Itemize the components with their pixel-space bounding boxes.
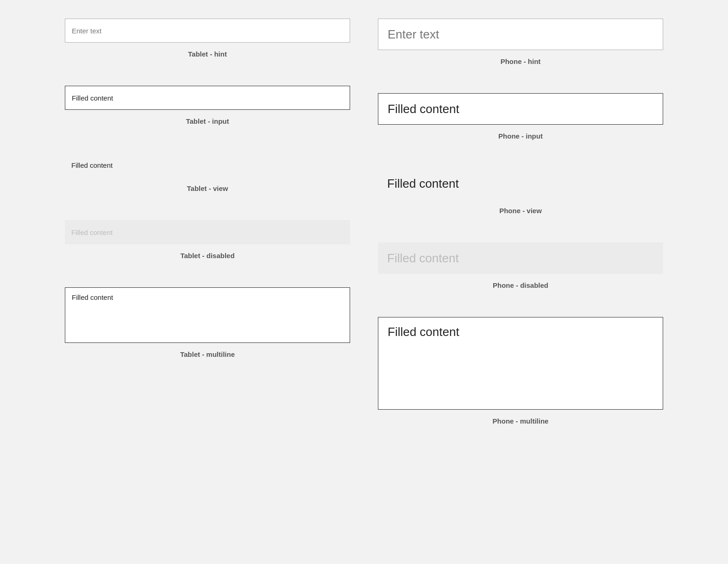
phone-disabled-group: Phone - disabled: [378, 242, 663, 289]
phone-multiline-group: Phone - multiline: [378, 317, 663, 425]
phone-view-label: Phone - view: [378, 207, 663, 215]
phone-multiline-field[interactable]: [378, 317, 663, 410]
tablet-input-group: Tablet - input: [65, 86, 350, 125]
phone-input-label: Phone - input: [378, 132, 663, 140]
phone-view-field: [378, 168, 663, 199]
tablet-multiline-label: Tablet - multiline: [65, 350, 350, 358]
tablet-input-label: Tablet - input: [65, 117, 350, 125]
phone-hint-input[interactable]: [378, 19, 663, 50]
tablet-multiline-field[interactable]: [65, 287, 350, 343]
tablet-multiline-group: Tablet - multiline: [65, 287, 350, 358]
phone-hint-group: Phone - hint: [378, 19, 663, 65]
tablet-input-field[interactable]: [65, 86, 350, 110]
phone-input-group: Phone - input: [378, 93, 663, 140]
tablet-hint-group: Tablet - hint: [65, 19, 350, 58]
tablet-disabled-group: Tablet - disabled: [65, 220, 350, 260]
phone-disabled-field: [378, 242, 663, 274]
phone-input-field[interactable]: [378, 93, 663, 125]
tablet-view-label: Tablet - view: [65, 184, 350, 192]
tablet-hint-label: Tablet - hint: [65, 50, 350, 58]
tablet-hint-input[interactable]: [65, 19, 350, 43]
tablet-disabled-label: Tablet - disabled: [65, 252, 350, 260]
tablet-view-field: [65, 153, 350, 177]
phone-view-group: Phone - view: [378, 168, 663, 215]
tablet-view-group: Tablet - view: [65, 153, 350, 192]
tablet-disabled-field: [65, 220, 350, 244]
phone-disabled-label: Phone - disabled: [378, 281, 663, 289]
phone-multiline-label: Phone - multiline: [378, 417, 663, 425]
phone-hint-label: Phone - hint: [378, 57, 663, 65]
